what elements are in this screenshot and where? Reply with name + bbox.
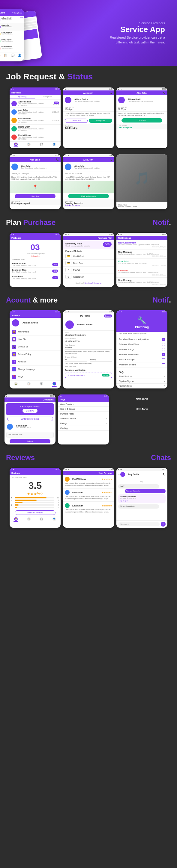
accept-job-button[interactable]: Accept Job	[89, 119, 112, 123]
logout-button[interactable]: Logout	[104, 314, 112, 317]
faq-item-6[interactable]: Chatting›	[58, 426, 109, 431]
nav-jobs[interactable]: 📋	[23, 517, 35, 522]
chevron: ›	[106, 422, 106, 425]
nav-chat[interactable]: 💬	[35, 382, 48, 387]
plan-premium[interactable]: Premium Plan Give 5 task everyday for a …	[9, 261, 60, 268]
message-input[interactable]: Message...	[118, 522, 159, 526]
nav-jobs[interactable]: 📋	[23, 382, 35, 387]
service-checkbox[interactable]	[162, 348, 165, 351]
payment-paypal[interactable]: P PayPal	[63, 267, 114, 274]
service-row-5[interactable]: Blocks & leakages	[117, 357, 168, 363]
call-now-button[interactable]: Call now	[23, 409, 38, 413]
mark-complete-button[interactable]: Mark as Complete	[68, 194, 109, 198]
chevron: ›	[106, 408, 106, 410]
start-job-button[interactable]: Start Job	[15, 194, 55, 198]
provider-details: Alex John Tap, Wash Basin and sink probl…	[74, 165, 100, 169]
menu-plan[interactable]: 📋 Your Plan	[9, 336, 60, 343]
nav-home[interactable]: 🏠	[9, 143, 23, 147]
payment-credit[interactable]: 💳 Credit Card	[63, 253, 114, 260]
plan-basic[interactable]: Basic Plan Give 1 task everyday for a mo…	[9, 274, 60, 281]
status-bar: ▲ ♦ ▼12:30	[9, 154, 60, 157]
service-row-6[interactable]: Water tank problem	[117, 363, 168, 368]
purchase-plan-screen: ▲ ♦ ▼12:30 ← Purchase Plan Economy Plan …	[63, 233, 114, 287]
service-row-2[interactable]: Bathroom Water Filters	[117, 342, 168, 347]
faq-item-2[interactable]: Sign in & Sign up›	[117, 379, 168, 384]
payment-debit[interactable]: 💳 Debit Card	[63, 260, 114, 267]
nav-home[interactable]: 🏠	[9, 517, 23, 522]
faq-item-1[interactable]: About Services›	[58, 402, 109, 407]
job-status-section: Job Status Job Pending	[63, 124, 114, 130]
menu-contact[interactable]: 📞 Contact us	[9, 343, 60, 351]
contact-screen: ▲ ♦ ▼12:30 ← Contact us Call to speak wi…	[4, 395, 55, 444]
service-checkbox[interactable]: ✓	[162, 338, 165, 341]
notif-item-cancelled: Cancelled You have received new message …	[117, 268, 168, 277]
service-row-1[interactable]: Tap, Wash Basin and sink problem ✓	[117, 337, 168, 342]
help-text: Need help? Need help? Contact us	[63, 280, 114, 286]
account-user-info: Allison Smith	[9, 318, 60, 328]
privacy-icon: 🔒	[12, 352, 16, 356]
list-item[interactable]: Alex John Tap, Wash Basin and sink probl…	[9, 108, 60, 116]
service-row-3[interactable]: Bathroom Fittings	[117, 347, 168, 352]
nav-chat[interactable]: 💬	[35, 143, 48, 147]
menu-about[interactable]: ℹ About us	[9, 358, 60, 366]
nav-profile[interactable]: 👤	[48, 382, 61, 387]
message-textarea[interactable]: Your message here...	[6, 432, 54, 438]
notif-header-2: Notif.	[88, 296, 171, 304]
bottom-nav: 🏠 📋 💬 👤	[9, 381, 60, 388]
service-row-4[interactable]: Bathroom Water Filters ✓	[117, 352, 168, 357]
read-all-reviews-button[interactable]: Read all reviews	[15, 510, 55, 515]
list-item[interactable]: Beena Smith Tap, Wash Basin and sink pro…	[9, 125, 60, 133]
faq-item-5[interactable]: Ratings›	[58, 421, 109, 426]
submit-button[interactable]: Submit	[9, 439, 50, 443]
faq-item-2[interactable]: Sign in & Sign up›	[58, 407, 109, 411]
faq-label: Searching Service	[60, 417, 76, 420]
nav-chat[interactable]: 💬	[35, 517, 48, 522]
contact-link[interactable]: Need help? Contact us	[84, 282, 101, 284]
star-label: 1	[11, 506, 14, 508]
service-checkbox[interactable]	[162, 358, 165, 361]
plumbing-desc: Tap, Wash Basin and sink problem	[117, 332, 168, 336]
status-value2: Job In Process	[65, 204, 112, 206]
address-field: Home, 545 Hendricks Apartment, Redhead S…	[63, 112, 114, 117]
status-bar: ▲ ♦ ▼12:30	[9, 233, 60, 236]
service-checkbox[interactable]	[162, 363, 165, 366]
faq-item-3[interactable]: Payment Policy›	[58, 411, 109, 416]
faq-item-1[interactable]: About Services›	[117, 374, 168, 379]
payment-google[interactable]: G GooglePay	[63, 274, 114, 280]
plan-economy[interactable]: Economy Plan Give 3 task everyday for a …	[9, 268, 60, 274]
goto-job-button[interactable]: Go to Job	[122, 118, 162, 123]
list-item[interactable]: Allison Smith Tap, Wash Basin and sink p…	[9, 99, 60, 108]
upload-button[interactable]: ⬆ Upload Document Verified	[65, 373, 112, 378]
item-date: 03/09/2019	[18, 121, 52, 123]
service-checkbox[interactable]: ✓	[162, 353, 165, 356]
plan-info: Premium Plan Give 5 task everyday for a …	[12, 262, 36, 266]
plan-info: Economy Plan Give 3 task everyday for a …	[66, 242, 90, 247]
send-button[interactable]: ➤	[161, 522, 166, 527]
star-fill	[15, 504, 19, 505]
payment-name: Debit Card	[73, 262, 83, 264]
chat-icon: 💬	[40, 143, 43, 146]
nav-jobs[interactable]: 📋	[23, 143, 35, 147]
faq-item-3[interactable]: Payment Policy›	[117, 384, 168, 389]
action-buttons: Cancel Job Accept Job	[63, 117, 114, 124]
reviewer-name: Emil Smith	[72, 505, 83, 507]
tab-bar[interactable]: Upcoming Completed	[9, 95, 60, 99]
menu-language[interactable]: 🌐 Change Language	[9, 366, 60, 373]
nav-home[interactable]: 🏠	[9, 382, 23, 387]
menu-faqs[interactable]: ❓ FAQs	[9, 373, 60, 381]
menu-privacy[interactable]: 🔒 Privacy Policy	[9, 351, 60, 358]
days-left: 01 Days left	[9, 255, 60, 258]
nav-profile[interactable]: 👤	[48, 517, 61, 522]
cancel-job-button[interactable]: Cancel Job	[65, 119, 87, 123]
profile-icon: 👤	[52, 517, 56, 521]
write-issue-button[interactable]: Write us your Issue	[7, 416, 53, 421]
faq-item-4[interactable]: Searching Service›	[58, 416, 109, 421]
nav-profile[interactable]: 👤	[48, 143, 61, 147]
list-item[interactable]: Paul Williams Tap, Wash Basin and sink p…	[9, 116, 60, 125]
tab-completed[interactable]: Completed	[35, 95, 60, 99]
chat-messages: May 2 Hey 7 We are Specialist We are Spe…	[117, 478, 168, 520]
tab-upcoming[interactable]: Upcoming	[9, 95, 35, 99]
service-checkbox[interactable]	[162, 343, 165, 346]
list-item[interactable]: Paul Williams Tap, Wash Basin and sink p…	[9, 133, 60, 142]
menu-portfolio[interactable]: 👜 My Portfolio	[9, 328, 60, 336]
